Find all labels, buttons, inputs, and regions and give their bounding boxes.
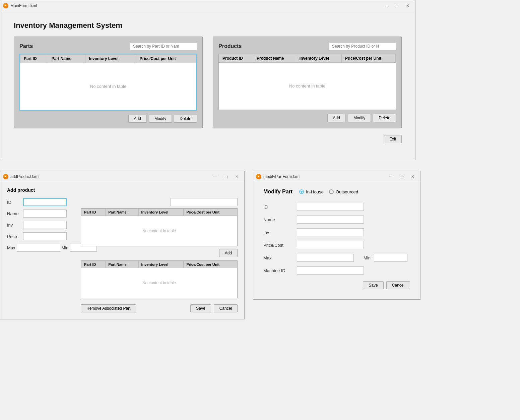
add-product-lower-table-header: Part ID Part Name Inventory Level Price/… <box>81 261 237 268</box>
add-product-lower-table-body: No content in table <box>81 268 237 298</box>
add-product-controls: — □ ✕ <box>211 173 242 180</box>
products-col-price: Price/Cost per Unit <box>341 54 395 63</box>
products-empty-text: No content in table <box>219 63 396 110</box>
parts-search-input[interactable] <box>130 42 197 50</box>
modify-pricecost-row: Price/Cost <box>263 241 410 249</box>
modify-part-cancel-button[interactable]: Cancel <box>386 281 410 289</box>
remove-associated-part-button[interactable]: Remove Associated Part <box>81 304 136 312</box>
parts-modify-button[interactable]: Modify <box>149 115 172 123</box>
modify-part-maximize-button[interactable]: □ <box>397 173 407 180</box>
lower-col-partid: Part ID <box>81 261 106 268</box>
modify-inv-label: Inv <box>263 230 294 235</box>
main-close-button[interactable]: ✕ <box>403 2 412 9</box>
modify-id-input[interactable] <box>297 203 364 211</box>
modify-inv-row: Inv <box>263 228 410 236</box>
modify-part-app-icon: ● <box>256 174 261 179</box>
inhouse-radio-circle[interactable] <box>299 189 304 194</box>
products-table: Product ID Product Name Inventory Level … <box>219 54 396 110</box>
main-titlebar-left: ● MainForm.fxml <box>3 3 37 8</box>
add-product-close-button[interactable]: ✕ <box>232 173 242 180</box>
upper-col-price: Price/Cost per Unit <box>184 209 237 216</box>
add-product-name-input[interactable] <box>23 209 67 218</box>
products-add-button[interactable]: Add <box>327 114 346 122</box>
modify-part-window: ● modifyPartForm.fxml — □ ✕ Modify Part … <box>253 171 420 300</box>
products-empty-row: No content in table <box>219 63 396 110</box>
modify-id-label: ID <box>263 204 294 209</box>
add-product-max-input[interactable] <box>17 244 60 252</box>
modify-machineid-input[interactable] <box>297 266 364 275</box>
products-panel-title: Products <box>218 43 242 49</box>
add-product-cancel-button[interactable]: Cancel <box>214 304 238 312</box>
modify-part-close-button[interactable]: ✕ <box>408 173 417 180</box>
add-product-maxmin-row: Max Min <box>7 244 74 252</box>
parts-panel-header: Parts <box>19 42 197 50</box>
lower-empty-text: No content in table <box>81 268 237 298</box>
add-product-form-title: Add product <box>7 187 238 193</box>
upper-col-partname: Part Name <box>106 209 138 216</box>
modify-part-titlebar-left: ● modifyPartForm.fxml <box>256 174 301 179</box>
modify-pricecost-input[interactable] <box>297 241 364 249</box>
modify-part-window-title: modifyPartForm.fxml <box>263 174 301 179</box>
parts-empty-text: No content in table <box>20 63 196 110</box>
add-product-id-input[interactable] <box>23 198 67 206</box>
upper-col-inventory: Inventory Level <box>138 209 184 216</box>
upper-col-partid: Part ID <box>81 209 106 216</box>
modify-max-label: Max <box>263 255 294 260</box>
main-minimize-button[interactable]: — <box>382 2 391 9</box>
outsourced-radio-label: Outsourced <box>336 189 358 194</box>
modify-inv-input[interactable] <box>297 228 364 236</box>
add-part-button[interactable]: Add <box>219 249 238 257</box>
modify-part-form-title: Modify Part <box>263 189 292 195</box>
add-product-content: Add product ID Name Inv Price <box>0 182 244 319</box>
products-delete-button[interactable]: Delete <box>373 114 396 122</box>
add-product-inv-input[interactable] <box>23 221 67 229</box>
products-table-header: Product ID Product Name Inventory Level … <box>219 54 396 63</box>
add-product-price-row: Price <box>7 232 74 240</box>
add-product-maximize-button[interactable]: □ <box>221 173 231 180</box>
modify-min-input[interactable] <box>374 254 407 262</box>
modify-name-input[interactable] <box>297 216 364 224</box>
lower-col-partname: Part Name <box>106 261 138 268</box>
add-product-window-title: addProduct.fxml <box>10 174 40 179</box>
inhouse-radio-option[interactable]: In-House <box>299 189 324 194</box>
add-product-lower-table: Part ID Part Name Inventory Level Price/… <box>81 261 237 298</box>
add-product-part-search-input[interactable] <box>171 198 238 206</box>
modify-pricecost-label: Price/Cost <box>263 243 294 248</box>
modify-part-radio-group: In-House Outsourced <box>299 189 358 194</box>
add-product-min-label: Min <box>62 245 69 250</box>
add-product-save-button[interactable]: Save <box>190 304 211 312</box>
modify-part-minimize-button[interactable]: — <box>387 173 396 180</box>
modify-machineid-label: Machine ID <box>263 268 294 273</box>
add-product-window: ● addProduct.fxml — □ ✕ Add product ID N… <box>0 171 245 319</box>
add-product-footer: Remove Associated Part Save Cancel <box>81 302 238 312</box>
main-maximize-button[interactable]: □ <box>392 2 402 9</box>
add-product-inv-label: Inv <box>7 223 20 228</box>
parts-table: Part ID Part Name Inventory Level Price/… <box>20 54 196 110</box>
inhouse-radio-label: In-House <box>306 189 324 194</box>
parts-buttons: Add Modify Delete <box>19 115 197 123</box>
add-product-max-label: Max <box>7 245 15 250</box>
add-product-inv-row: Inv <box>7 221 74 229</box>
modify-part-save-button[interactable]: Save <box>363 281 383 289</box>
products-panel: Products Product ID Product Name Invento… <box>213 37 402 128</box>
outsourced-radio-option[interactable]: Outsourced <box>329 189 358 194</box>
add-product-app-icon: ● <box>3 174 8 179</box>
main-titlebar: ● MainForm.fxml — □ ✕ <box>0 0 415 11</box>
products-search-input[interactable] <box>329 42 396 50</box>
main-footer: Exit <box>14 135 402 150</box>
parts-table-body: No content in table <box>20 63 196 110</box>
add-product-price-label: Price <box>7 234 20 239</box>
products-table-wrap: Product ID Product Name Inventory Level … <box>218 54 396 110</box>
main-window-title: MainForm.fxml <box>10 3 37 8</box>
outsourced-radio-circle[interactable] <box>329 189 334 194</box>
add-product-minimize-button[interactable]: — <box>211 173 220 180</box>
modify-id-row: ID <box>263 203 410 211</box>
parts-col-price: Price/Cost per Unit <box>136 55 196 63</box>
modify-max-input[interactable] <box>297 254 354 262</box>
parts-add-button[interactable]: Add <box>128 115 147 123</box>
exit-button[interactable]: Exit <box>384 135 402 143</box>
parts-delete-button[interactable]: Delete <box>174 115 197 123</box>
add-product-price-input[interactable] <box>23 232 67 240</box>
products-col-productname: Product Name <box>253 54 296 63</box>
products-modify-button[interactable]: Modify <box>348 114 371 122</box>
